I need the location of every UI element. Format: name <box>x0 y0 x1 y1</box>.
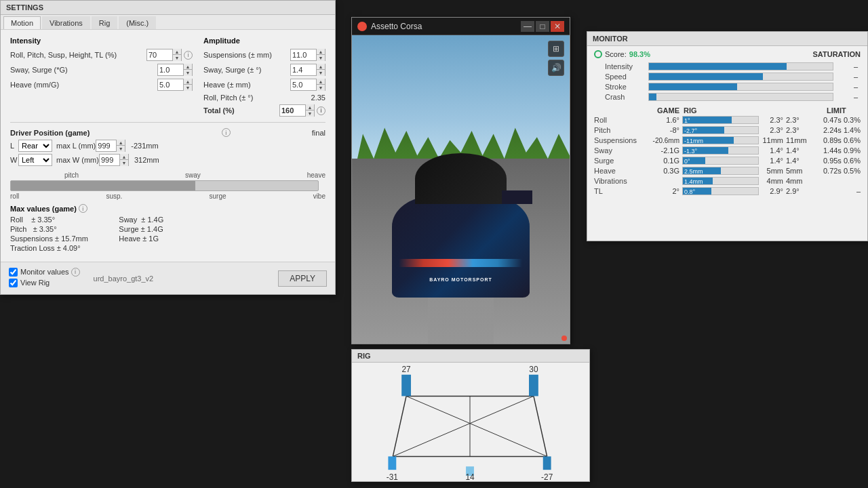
rig-front-value: 14 <box>465 472 475 482</box>
heave-input[interactable]: 5.0 ▲ ▼ <box>157 79 193 91</box>
amp-heave-down[interactable]: ▼ <box>317 85 325 91</box>
sway-surge-up[interactable]: ▲ <box>184 64 192 70</box>
amp-sway-input[interactable]: 1.4 ▲ ▼ <box>290 64 326 76</box>
amp-heave-label: Heave (± mm) <box>203 81 290 89</box>
monitor-tl-game: 2° <box>648 187 682 195</box>
monitor-intensity-bar <box>648 62 833 70</box>
ac-grid-button[interactable]: ⊞ <box>548 41 564 57</box>
pos-w-down[interactable]: ▼ <box>120 160 128 166</box>
amp-heave-up[interactable]: ▲ <box>317 79 325 85</box>
car-body: BAYRO MOTORSPORT <box>392 196 529 298</box>
rig-titlebar: RIG <box>352 350 589 363</box>
pos-l-max-input[interactable]: 999 ▲ ▼ <box>96 140 125 152</box>
total-up[interactable]: ▲ <box>306 104 314 110</box>
total-row: Total (%) 160 ▲ ▼ i <box>203 104 326 117</box>
monitor-susp-row: Suspensions -20.6mm -11mm 11mm 11mm 0.89… <box>594 136 861 144</box>
heave-spinner[interactable]: ▲ ▼ <box>183 79 192 91</box>
max-values-info-icon[interactable]: i <box>79 204 87 213</box>
sway-surge-value: 1.0 <box>158 66 183 74</box>
sway-surge-down[interactable]: ▼ <box>184 70 192 76</box>
monitor-pitch-extra: 2.24s 1.4% <box>820 126 861 134</box>
heave-up[interactable]: ▲ <box>184 79 192 85</box>
roll-pitch-spinner[interactable]: ▲ ▼ <box>172 49 181 61</box>
monitor-surge-row: Surge 0.1G 0° 1.4° 1.4° 0.95s 0.6% <box>594 157 861 165</box>
amp-sway-up[interactable]: ▲ <box>317 64 325 70</box>
monitor-heave-game: 0.3G <box>648 167 682 175</box>
apply-button[interactable]: APPLY <box>278 270 327 287</box>
amp-sway-spinner[interactable]: ▲ ▼ <box>316 64 325 76</box>
amplitude-title: Amplitude <box>203 37 326 45</box>
amp-rollpitch-row: Roll, Pitch (± °) 2.35 <box>203 94 326 102</box>
rig-fl-value: 27 <box>402 365 411 374</box>
amp-sway-label: Sway, Surge (± °) <box>203 66 290 74</box>
sway-surge-label: Sway, Surge (*G) <box>10 66 157 74</box>
total-info-icon[interactable]: i <box>317 106 326 115</box>
total-input[interactable]: 160 ▲ ▼ <box>279 104 315 117</box>
tab-motion[interactable]: Motion <box>3 16 41 29</box>
max-pitch: Pitch ± 3.35° <box>10 225 108 233</box>
pos-w-select[interactable]: Left Right Center <box>18 154 52 166</box>
sway-surge-spinner[interactable]: ▲ ▼ <box>183 64 192 76</box>
ac-minimize-button[interactable]: — <box>521 21 534 32</box>
pos-l-select[interactable]: Rear Front Center <box>18 140 52 152</box>
sway-surge-input[interactable]: 1.0 ▲ ▼ <box>157 64 193 76</box>
pos-l-up[interactable]: ▲ <box>117 140 125 146</box>
monitor-values-info-icon[interactable]: i <box>71 268 80 277</box>
pos-w-up[interactable]: ▲ <box>120 154 128 160</box>
roll-pitch-down[interactable]: ▼ <box>173 55 181 61</box>
amp-rollpitch-label: Roll, Pitch (± °) <box>203 94 311 102</box>
slider-label-surge: surge <box>210 192 226 200</box>
pos-w-row: W Left Right Center max W (mm) 999 ▲ ▼ 3… <box>10 154 326 166</box>
amp-susp-value: 11.0 <box>291 51 316 59</box>
monitor-susp-game: -20.6mm <box>648 137 682 144</box>
total-down[interactable]: ▼ <box>306 110 314 117</box>
monitor-susp-limit: 11mm <box>786 136 820 144</box>
ac-close-button[interactable]: ✕ <box>551 21 564 32</box>
amp-susp-up[interactable]: ▲ <box>317 49 325 55</box>
amp-susp-spinner[interactable]: ▲ ▼ <box>316 49 325 61</box>
roll-pitch-input[interactable]: 70 ▲ ▼ <box>146 49 182 61</box>
monitor-stroke-rig: – <box>833 83 861 91</box>
pos-l-spinner[interactable]: ▲ ▼ <box>116 140 125 152</box>
monitor-sway-label: Sway <box>594 146 648 155</box>
driver-pos-info-icon[interactable]: i <box>222 128 231 137</box>
ac-sound-button[interactable]: 🔊 <box>548 60 564 76</box>
pos-w-spinner[interactable]: ▲ ▼ <box>119 154 128 166</box>
monitor-heave-rig: 5mm <box>759 167 786 175</box>
monitor-tl-rig: 2.9° <box>759 187 786 195</box>
monitor-surge-bar: 0° <box>682 157 759 165</box>
rig-left-side <box>393 396 406 456</box>
view-rig-checkbox[interactable] <box>9 279 18 287</box>
total-spinner[interactable]: ▲ ▼ <box>305 104 314 117</box>
amp-sway-down[interactable]: ▼ <box>317 70 325 76</box>
monitor-panel: MONITOR Score: 98.3% SATURATION Intensit… <box>587 31 868 241</box>
ac-maximize-button[interactable]: □ <box>536 21 549 32</box>
pos-l-final: -231mm <box>131 142 158 150</box>
monitor-speed-rig: – <box>833 73 861 81</box>
rig-rl-actuator <box>388 456 396 470</box>
header-empty <box>800 106 827 115</box>
heave-down[interactable]: ▼ <box>184 85 192 91</box>
pos-l-row: L Rear Front Center max L (mm) 999 ▲ ▼ -… <box>10 140 326 152</box>
pos-w-max-input[interactable]: 999 ▲ ▼ <box>99 154 129 166</box>
monitor-values-checkbox[interactable] <box>9 268 18 277</box>
max-values-title: Max values (game) <box>10 205 77 213</box>
amp-heave-spinner[interactable]: ▲ ▼ <box>316 79 325 91</box>
slider-bar[interactable] <box>10 180 319 191</box>
roll-pitch-up[interactable]: ▲ <box>173 49 181 55</box>
tab-rig[interactable]: Rig <box>92 16 118 29</box>
amp-heave-input[interactable]: 5.0 ▲ ▼ <box>290 79 326 91</box>
pos-l-down[interactable]: ▼ <box>117 146 125 152</box>
amp-susp-input[interactable]: 11.0 ▲ ▼ <box>290 49 326 61</box>
monitor-heave-extra: 0.72s 0.5% <box>820 167 861 175</box>
monitor-susp-extra: 0.89s 0.6% <box>820 136 861 144</box>
amp-susp-down[interactable]: ▼ <box>317 55 325 61</box>
header-game: GAME <box>648 106 682 115</box>
rig-diag2 <box>393 396 534 456</box>
monitor-speed-bar <box>648 73 833 81</box>
roll-pitch-info-icon[interactable]: i <box>184 51 193 60</box>
monitor-speed-label: Speed <box>594 73 648 81</box>
monitor-sway-game: -2.1G <box>648 146 682 155</box>
tab-misc[interactable]: (Misc.) <box>119 16 156 29</box>
tab-vibrations[interactable]: Vibrations <box>42 16 90 29</box>
